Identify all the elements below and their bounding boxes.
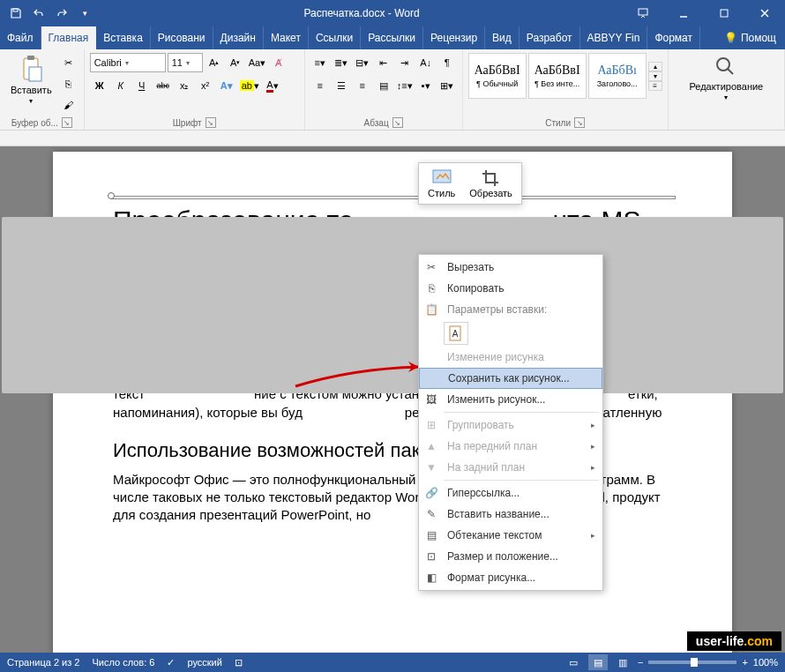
subscript-button[interactable]: x₂ [175,76,194,95]
menu-format-picture[interactable]: ◧Формат рисунка... [419,567,602,588]
maximize-icon[interactable] [704,0,744,26]
zoom-thumb[interactable] [691,658,698,667]
grow-font-icon[interactable]: A▴ [205,53,224,72]
tab-format[interactable]: Формат [647,26,700,49]
clipboard-launcher[interactable]: ↘ [62,117,72,128]
change-case-icon[interactable]: Aa▾ [247,53,267,72]
menu-wrap-text[interactable]: ▤Обтекание текстом▸ [419,525,602,546]
mini-crop-button[interactable]: Обрезать [462,165,520,202]
tab-developer[interactable]: Разработ [520,26,580,49]
menu-size-position[interactable]: ⊡Размер и положение... [419,546,602,567]
image-handle[interactable] [108,192,115,199]
text-effects-icon[interactable]: A▾ [217,76,236,95]
group-icon: ⊞ [422,419,440,431]
sort-icon[interactable]: A↓ [416,53,436,72]
borders-icon[interactable]: ⊞▾ [437,76,457,95]
image-selection-frame[interactable] [111,196,676,199]
cut-icon[interactable]: ✂ [59,53,78,72]
status-page[interactable]: Страница 2 из 2 [7,657,79,668]
numbering-icon[interactable]: ≣▾ [332,53,351,72]
tab-view[interactable]: Вид [485,26,520,49]
styles-gallery-more[interactable]: ▴▾≡ [648,62,662,91]
qat-customize-icon[interactable]: ▾ [74,3,95,24]
menu-copy[interactable]: ⎘Копировать [419,278,602,299]
clear-format-icon[interactable]: A̸ [269,53,288,72]
close-icon[interactable] [744,0,785,26]
menu-bring-front: ▲На передний план▸ [419,436,602,457]
menu-save-as-picture[interactable]: Сохранить как рисунок... [419,368,602,389]
underline-button[interactable]: Ч [132,76,152,95]
styles-launcher[interactable]: ↘ [574,117,585,128]
status-spellcheck-icon[interactable]: ✓ [167,657,175,668]
italic-button[interactable]: К [111,76,131,95]
show-marks-icon[interactable]: ¶ [437,53,457,72]
tab-home[interactable]: Главная [41,26,97,49]
shading-icon[interactable]: ▪▾ [416,76,436,95]
style-no-spacing[interactable]: АаБбВвІ¶ Без инте... [528,53,587,99]
undo-icon[interactable] [28,3,49,24]
tab-review[interactable]: Рецензир [423,26,485,49]
tab-layout[interactable]: Макет [264,26,309,49]
status-insert-icon[interactable]: ⊡ [235,657,243,668]
tab-file[interactable]: Файл [0,26,41,49]
menu-cut[interactable]: ✂Вырезать [419,257,602,278]
tab-references[interactable]: Ссылки [309,26,361,49]
zoom-out-icon[interactable]: − [638,657,643,668]
tab-draw[interactable]: Рисовани [151,26,213,49]
group-clipboard: Вставить ▾ ✂ ⎘ 🖌 Буфер об...↘ [0,49,85,130]
line-spacing-icon[interactable]: ↕≡▾ [395,76,415,95]
zoom-level[interactable]: 100% [753,657,778,668]
tab-insert[interactable]: Вставка [96,26,151,49]
bullets-icon[interactable]: ≡▾ [310,53,330,72]
view-web-icon[interactable]: ▥ [613,654,632,670]
style-heading1[interactable]: АаБбВıЗаголово... [588,53,647,99]
redo-icon[interactable] [51,3,72,24]
save-icon[interactable] [5,3,26,24]
ribbon-options-icon[interactable] [623,0,663,26]
menu-insert-caption[interactable]: ✎Вставить название... [419,504,602,525]
view-print-icon[interactable]: ▤ [588,654,608,670]
style-normal[interactable]: АаБбВвІ¶ Обычный [468,53,527,99]
svg-rect-6 [29,67,41,81]
menu-hyperlink[interactable]: 🔗Гиперссылка... [419,482,602,504]
bold-button[interactable]: Ж [90,76,109,95]
align-left-icon[interactable]: ≡ [310,76,330,95]
align-center-icon[interactable]: ☰ [332,76,351,95]
zoom-slider[interactable] [648,661,736,664]
font-launcher[interactable]: ↘ [206,117,216,128]
justify-icon[interactable]: ▤ [374,76,393,95]
group-editing: Редактирование ▾ [669,49,785,130]
tab-design[interactable]: Дизайн [213,26,264,49]
multilevel-icon[interactable]: ⊟▾ [353,53,372,72]
format-painter-icon[interactable]: 🖌 [59,95,78,115]
align-right-icon[interactable]: ≡ [353,76,372,95]
paragraph-launcher[interactable]: ↘ [392,117,403,128]
paste-option-keep-text[interactable]: A [444,322,468,345]
svg-rect-0 [13,9,18,11]
zoom-in-icon[interactable]: + [742,657,747,668]
decrease-indent-icon[interactable]: ⇤ [374,53,393,72]
font-name-combo[interactable]: Calibri▾ [90,53,166,72]
status-words[interactable]: Число слов: 6 [92,657,154,668]
minimize-icon[interactable] [663,0,704,26]
menu-edit-picture[interactable]: 🖼Изменить рисунок... [419,389,602,410]
view-read-icon[interactable]: ▭ [564,654,583,670]
menu-send-back: ▼На задний план▸ [419,457,602,478]
font-color-icon[interactable]: A▾ [263,76,282,95]
status-language[interactable]: русский [187,657,221,668]
paste-button[interactable]: Вставить ▾ [5,53,57,107]
tell-me-label: Помощ [741,32,776,44]
strike-button[interactable]: abc [153,76,173,95]
tab-mailings[interactable]: Рассылки [361,26,423,49]
increase-indent-icon[interactable]: ⇥ [395,53,415,72]
highlight-icon[interactable]: ab▾ [238,76,261,95]
superscript-button[interactable]: x² [196,76,215,95]
copy-icon[interactable]: ⎘ [59,74,78,93]
tell-me[interactable]: 💡 Помощ [715,26,785,49]
shrink-font-icon[interactable]: A▾ [226,53,245,72]
font-size-combo[interactable]: 11▾ [168,53,203,72]
editing-button[interactable]: Редактирование ▾ [674,53,779,103]
mini-style-button[interactable]: Стиль [421,165,462,202]
scrollbar-thumb[interactable] [2,217,783,393]
tab-abbyy[interactable]: ABBYY Fin [580,26,648,49]
